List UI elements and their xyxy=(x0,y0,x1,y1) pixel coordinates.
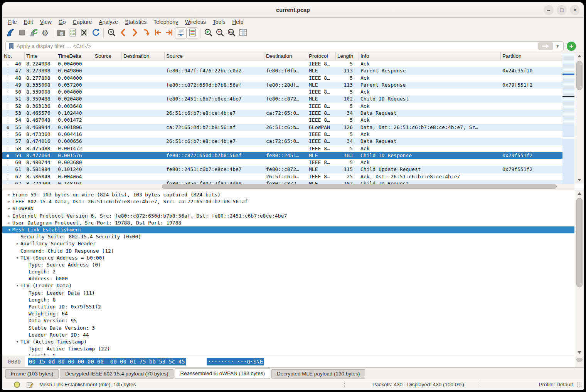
detail-row[interactable]: ▾TLV (Source Address = b0:00) xyxy=(2,255,574,261)
file-close-button[interactable] xyxy=(78,27,90,39)
detail-row[interactable]: Type: Source Address (0) xyxy=(2,261,574,268)
capture-options-button[interactable]: ⚙ xyxy=(39,27,51,39)
maximize-button[interactable]: □ xyxy=(557,5,567,15)
packet-row-57[interactable]: 578.4740160.00065626:51:c6:b7:e8:ce:4b:e… xyxy=(2,138,562,145)
go-first-button[interactable] xyxy=(152,27,163,39)
detail-row[interactable]: ▸6LoWPAN xyxy=(2,205,574,212)
details-vscroll-thumb[interactable] xyxy=(576,198,583,287)
zoom-original-button[interactable]: 1:1 xyxy=(226,27,237,39)
expander-icon[interactable]: ▾ xyxy=(6,226,12,233)
byte-tab-1[interactable]: Decrypted IEEE 802.15.4 payload (70 byte… xyxy=(60,369,173,379)
capture-stop-button[interactable] xyxy=(16,27,28,39)
capture-comment-icon[interactable] xyxy=(26,381,34,389)
go-next-button[interactable] xyxy=(129,27,140,39)
menu-analyze[interactable]: Analyze xyxy=(95,18,121,25)
byte-tab-0[interactable]: Frame (103 bytes) xyxy=(5,369,59,379)
packet-row-60[interactable]: 608.4807440.003680IEEE 8…5Ack xyxy=(2,159,562,166)
scroll-down-arrow[interactable] xyxy=(578,179,581,181)
expander-icon[interactable]: ▾ xyxy=(14,338,20,345)
colorize-button[interactable] xyxy=(187,27,198,39)
title-bar[interactable]: current.pcap –□× xyxy=(2,2,584,18)
detail-row[interactable]: Stable Data Version: 3 xyxy=(2,325,574,332)
file-open-button[interactable] xyxy=(55,27,67,39)
column-header-src2[interactable]: Source xyxy=(165,52,264,60)
scroll-down-arrow[interactable] xyxy=(578,351,581,354)
menu-go[interactable]: Go xyxy=(55,18,69,25)
menu-capture[interactable]: Capture xyxy=(69,18,96,25)
find-packet-button[interactable]: A xyxy=(106,27,117,39)
reload-button[interactable] xyxy=(90,27,101,39)
packet-row-62[interactable]: 628.5860480.00406426:51:c6:b…IEEE 8…25Ac… xyxy=(2,173,562,180)
detail-row[interactable]: ▸Auxiliary Security Header xyxy=(2,240,574,247)
byte-tab-3[interactable]: Decrypted MLE payload (130 bytes) xyxy=(271,369,365,379)
packet-row-52[interactable]: 528.3631360.003648IEEE 8…5Ack xyxy=(2,103,562,110)
packet-row-47[interactable]: 478.2738080.049800fe80::947f:f476:22bc:c… xyxy=(2,67,562,74)
resize-columns-button[interactable] xyxy=(237,27,249,39)
detail-row[interactable]: Type: Leader Data (11) xyxy=(2,290,574,297)
resize-grip[interactable] xyxy=(576,382,582,388)
packet-row-48[interactable]: 488.2778080.004000IEEE 8…5Ack xyxy=(2,75,562,82)
detail-row[interactable]: Leader Router ID: 44 xyxy=(2,332,574,338)
zoom-in-button[interactable] xyxy=(202,27,214,39)
column-header-src[interactable]: Source xyxy=(93,52,122,60)
auto-scroll-button[interactable] xyxy=(175,27,187,39)
hex-ascii-selected[interactable]: ········ ···u·S\E xyxy=(207,358,264,365)
packet-row-51[interactable]: 518.3594880.020480fe80::2451:c6b7:e8ce:4… xyxy=(2,95,562,102)
byte-tab-2[interactable]: Reassembled 6LoWPAN (193 bytes) xyxy=(175,368,270,379)
scroll-up-arrow[interactable] xyxy=(578,192,581,195)
menu-file[interactable]: File xyxy=(5,18,20,25)
expander-icon[interactable]: ▸ xyxy=(6,198,12,205)
detail-row[interactable]: Type: Active Timestamp (22) xyxy=(2,345,574,352)
menu-help[interactable]: Help xyxy=(229,18,247,25)
packet-minimap[interactable] xyxy=(562,53,574,184)
detail-row[interactable]: ▸Frame 59: 103 bytes on wire (824 bits),… xyxy=(2,191,574,198)
bytes-vscroll-thumb[interactable] xyxy=(576,358,583,362)
menu-statistics[interactable]: Statistics xyxy=(121,18,150,25)
packet-row-61[interactable]: 618.5819840.101240fe80::2451:c6b7:e8ce:4… xyxy=(2,166,562,173)
detail-row[interactable]: ▸User Datagram Protocol, Src Port: 19788… xyxy=(2,219,574,226)
expert-info-icon[interactable] xyxy=(14,382,20,388)
detail-row[interactable]: Partition ID: 0x79f551f2 xyxy=(2,303,574,310)
packet-row-54[interactable]: 548.4670480.001472IEEE 8…5Ack xyxy=(2,117,562,124)
detail-row[interactable]: Length: 8 xyxy=(2,352,574,355)
column-header-proto[interactable]: Protocol xyxy=(307,52,336,60)
menu-tools[interactable]: Tools xyxy=(209,18,229,25)
menu-wireless[interactable]: Wireless xyxy=(182,18,209,25)
expander-icon[interactable]: ▸ xyxy=(14,240,20,247)
packet-list-vscrollbar[interactable] xyxy=(575,52,584,184)
expander-icon[interactable]: ▸ xyxy=(6,191,12,198)
menu-edit[interactable]: Edit xyxy=(20,18,37,25)
minimize-button[interactable]: – xyxy=(544,5,554,15)
packet-row-49[interactable]: 498.3350080.057200fe80::c872:650d:b7b8:5… xyxy=(2,82,562,89)
packet-row-50[interactable]: 508.3390080.004000IEEE 8…5Ack xyxy=(2,89,562,95)
detail-row[interactable]: ▾TLV (Active Timestamp) xyxy=(2,338,574,345)
scroll-up-arrow[interactable] xyxy=(578,55,581,57)
packet-row-55[interactable]: 558.4689440.001896ca:72:65:0d:b7:b8:56:a… xyxy=(2,124,562,131)
column-header-delta[interactable]: TimeDelta xyxy=(56,52,93,60)
capture-start-button[interactable] xyxy=(5,27,16,39)
detail-row[interactable]: Command: Child ID Response (12) xyxy=(2,248,574,255)
packet-row-46[interactable]: 468.2240080.004000IEEE 8…5Ack xyxy=(2,60,562,67)
packet-list-hscrollbar[interactable] xyxy=(3,184,574,189)
capture-restart-button[interactable] xyxy=(28,27,39,39)
display-filter-field[interactable]: ▼ xyxy=(5,41,564,51)
packet-row-53[interactable]: 538.4655760.10244026:51:c6:b7:e8:ce:4b:e… xyxy=(2,110,562,117)
close-button[interactable]: × xyxy=(570,5,580,15)
detail-row[interactable]: Length: 2 xyxy=(2,268,574,275)
column-header-time[interactable]: Time xyxy=(25,52,56,60)
menu-telephony[interactable]: Telephony xyxy=(150,18,182,25)
details-vscrollbar[interactable] xyxy=(575,190,584,355)
menu-view[interactable]: View xyxy=(37,18,55,25)
detail-row[interactable]: Data Version: 95 xyxy=(2,317,574,324)
detail-row[interactable]: ▾Mesh Link Establishment xyxy=(2,226,574,233)
column-header-dst[interactable]: Destination xyxy=(122,52,165,60)
filter-dropdown-caret[interactable]: ▼ xyxy=(556,44,560,49)
detail-row[interactable]: Length: 8 xyxy=(2,297,574,303)
packet-row-59[interactable]: 598.4770640.001576fe80::c872:650d:b7b8:5… xyxy=(2,152,562,159)
go-last-button[interactable] xyxy=(163,27,175,39)
column-header-info[interactable]: Info xyxy=(359,52,501,60)
hex-bytes-selected[interactable]: 00 15 0d 00 00 00 00 00 00 00 01 75 bb 5… xyxy=(28,358,186,365)
detail-row[interactable]: ▾TLV (Leader Data) xyxy=(2,282,574,289)
packet-row-58[interactable]: 588.4754880.001472IEEE 8…5Ack xyxy=(2,145,562,152)
expander-icon[interactable]: ▸ xyxy=(6,213,12,219)
